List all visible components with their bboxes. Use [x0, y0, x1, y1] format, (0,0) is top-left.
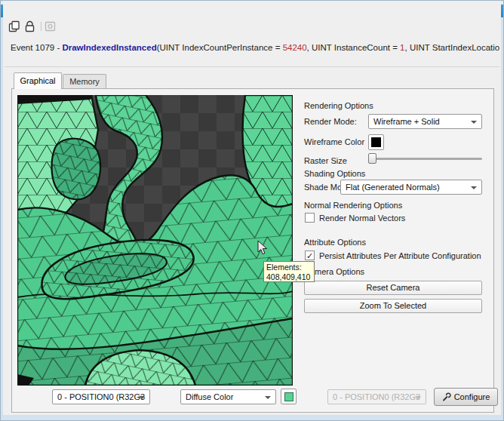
chevron-down-icon: [471, 186, 477, 189]
reset-camera-button[interactable]: Reset Camera: [304, 281, 482, 295]
tooltip-line1: Elements:: [266, 263, 312, 272]
slider-track: [368, 158, 482, 160]
elements-tooltip: Elements: 408,409,410: [263, 261, 315, 282]
shading-options-title: Shading Options: [304, 169, 365, 178]
mesh-viewport[interactable]: [17, 95, 293, 386]
event-arg-text: , UINT StartIndexLocation =: [405, 43, 500, 52]
configure-button[interactable]: Configure: [434, 388, 498, 406]
rendering-options-panel: Rendering Options Render Mode: Wireframe…: [304, 100, 483, 318]
configure-label: Configure: [454, 392, 490, 401]
color-dropdown[interactable]: Diffuse Color: [180, 389, 276, 404]
chevron-down-icon: [265, 396, 271, 399]
raster-size-label: Raster Size: [304, 156, 347, 165]
attribute-options-title: Attribute Options: [304, 238, 366, 247]
persist-attributes-label: Persist Attributes Per Attribute Configu…: [319, 251, 481, 260]
event-prefix: Event 1079 -: [11, 43, 62, 52]
copy-icon[interactable]: [8, 20, 20, 32]
rendering-options-title: Rendering Options: [304, 101, 373, 110]
shade-mode-dropdown[interactable]: Flat (Generated Normals): [340, 180, 482, 195]
persist-attributes-checkbox[interactable]: ✓: [305, 250, 315, 260]
position-dropdown[interactable]: 0 - POSITION0 (R32G3: [52, 389, 150, 404]
tooltip-line2: 408,409,410: [266, 272, 312, 282]
raster-size-slider[interactable]: [368, 153, 482, 164]
green-color-chip: [284, 392, 293, 401]
tab-memory[interactable]: Memory: [63, 74, 106, 89]
mouse-cursor-icon: [257, 240, 269, 257]
slider-thumb[interactable]: [368, 153, 376, 164]
tab-graphical[interactable]: Graphical: [14, 72, 62, 89]
checkmark-icon: ✓: [306, 251, 313, 260]
client-area: Event 1079 - DrawIndexedInstanced(UINT I…: [3, 1, 501, 415]
position-value: 0 - POSITION0 (R32G3: [57, 392, 145, 401]
event-arg-text: , UINT InstanceCount =: [307, 43, 400, 52]
black-color-chip: [371, 137, 381, 147]
shade-mode-value: Flat (Generated Normals): [346, 183, 440, 192]
snapshot-icon[interactable]: [45, 20, 57, 32]
separator-line: [5, 66, 499, 67]
toolbar-separator: [41, 22, 41, 31]
chevron-down-icon: [139, 396, 145, 399]
wrench-icon: [442, 392, 451, 401]
render-normal-vectors-label: Render Normal Vectors: [319, 214, 405, 223]
render-mode-label: Render Mode:: [304, 117, 357, 126]
event-arg-value: 54240: [283, 43, 307, 52]
color-value: Diffuse Color: [186, 392, 233, 401]
lock-icon[interactable]: [24, 20, 36, 32]
diffuse-color-swatch[interactable]: [281, 389, 297, 404]
event-description: Event 1079 - DrawIndexedInstanced(UINT I…: [11, 43, 499, 52]
wireframe-color-swatch[interactable]: [368, 134, 384, 150]
draw-call-name: DrawIndexedInstanced: [62, 43, 156, 52]
chevron-down-icon: [415, 396, 421, 399]
geometry-window: Geometry Event 1079 - DrawIndexedInstanc…: [0, 0, 504, 421]
wireframe-color-label: Wireframe Color: [304, 137, 364, 146]
normal-dropdown: 0 - POSITION0 (R32G3: [327, 389, 426, 404]
chevron-down-icon: [471, 121, 477, 124]
zoom-to-selected-button[interactable]: Zoom To Selected: [304, 299, 482, 313]
normal-value: 0 - POSITION0 (R32G3: [333, 392, 420, 401]
mesh-render: [17, 95, 293, 386]
normal-rendering-title: Normal Rendering Options: [304, 201, 402, 210]
render-normal-vectors-checkbox[interactable]: [305, 213, 315, 223]
render-mode-value: Wireframe + Solid: [373, 117, 440, 126]
event-arg-text: (UINT IndexCountPerInstance =: [157, 43, 283, 52]
render-mode-dropdown[interactable]: Wireframe + Solid: [368, 114, 482, 129]
